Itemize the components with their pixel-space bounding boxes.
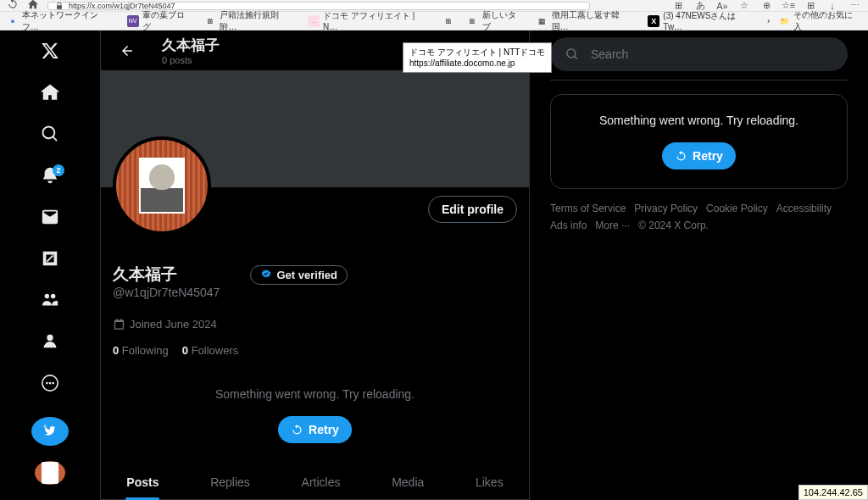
bookmark-item[interactable]: …ドコモ アフィリエイト | N… xyxy=(308,10,431,31)
notifications-nav[interactable]: 2 xyxy=(33,162,67,188)
bookmark-item[interactable]: 🗎新しいタブ xyxy=(467,9,525,33)
footer-link[interactable]: Privacy Policy xyxy=(634,203,698,214)
notification-badge: 2 xyxy=(53,164,64,176)
profile-nav[interactable] xyxy=(33,329,67,355)
communities-nav[interactable] xyxy=(33,287,67,314)
user-handle: @w1qjDr7teN45047 xyxy=(113,286,517,299)
posts-count: 0 posts xyxy=(162,55,220,65)
following-link[interactable]: 0 Following xyxy=(113,344,169,357)
tab-media[interactable]: Media xyxy=(387,465,429,499)
verified-badge-icon xyxy=(260,269,272,281)
chevron-right-icon[interactable]: › xyxy=(767,16,770,25)
tab-articles[interactable]: Articles xyxy=(297,465,346,499)
footer-link[interactable]: Ads info xyxy=(550,219,587,231)
card-error-message: Something went wrong. Try reloading. xyxy=(565,114,833,127)
footer-link[interactable]: Cookie Policy xyxy=(706,203,768,214)
grok-nav[interactable] xyxy=(33,245,67,271)
footer-links: Terms of Service Privacy Policy Cookie P… xyxy=(550,203,848,231)
profile-tabs: Posts Replies Articles Media Likes xyxy=(101,465,529,500)
ip-badge: 104.244.42.65 xyxy=(798,485,868,500)
sidebar-card: Something went wrong. Try reloading. Ret… xyxy=(550,94,848,189)
bookmark-item[interactable]: ●本ネットワークインフ… xyxy=(7,9,115,33)
right-column: Something went wrong. Try reloading. Ret… xyxy=(530,31,868,500)
error-message: Something went wrong. Try reloading. xyxy=(101,387,529,401)
other-bookmarks[interactable]: 📁その他のお気に入 xyxy=(778,9,861,33)
bookmark-item[interactable]: X(3) 47NEWSさんはTw… xyxy=(648,10,755,31)
joined-date: Joined June 2024 xyxy=(113,318,517,331)
header-title: 久本福子 xyxy=(162,36,220,55)
tooltip: ドコモ アフィリエイト | NTTドコモ https://affiliate.d… xyxy=(403,42,552,73)
left-nav: 2 xyxy=(0,31,100,500)
x-logo[interactable] xyxy=(33,37,67,64)
bookmarks-bar: ●本ネットワークインフ… NV葦の葉ブログ 🗎戸籍法施行規則附… …ドコモ アフ… xyxy=(0,12,868,31)
reload-icon xyxy=(675,150,687,163)
home-nav[interactable] xyxy=(33,79,67,105)
followers-link[interactable]: 0 Followers xyxy=(182,344,238,357)
search-input[interactable] xyxy=(591,47,832,61)
bookmark-item[interactable]: ▦徴用工蒸し返す韓国… xyxy=(537,9,637,33)
footer-copyright: © 2024 X Corp. xyxy=(638,219,709,231)
messages-nav[interactable] xyxy=(33,203,67,230)
svg-point-3 xyxy=(52,382,54,385)
back-button[interactable] xyxy=(113,36,142,65)
svg-point-1 xyxy=(46,382,48,385)
profile-avatar[interactable] xyxy=(113,136,211,235)
reload-icon xyxy=(291,424,303,436)
main-column: 久本福子 0 posts ドコモ アフィリエイト | NTTドコモ https:… xyxy=(100,31,530,500)
display-name: 久本福子 xyxy=(113,264,177,286)
more-nav[interactable] xyxy=(33,370,67,397)
bookmark-item[interactable]: 🗎戸籍法施行規則附… xyxy=(204,9,296,33)
search-box[interactable] xyxy=(550,37,848,71)
search-icon xyxy=(565,47,579,61)
svg-point-2 xyxy=(49,382,52,385)
bookmark-item[interactable]: NV葦の葉ブログ xyxy=(127,9,193,33)
edit-profile-button[interactable]: Edit profile xyxy=(428,196,517,223)
tab-posts[interactable]: Posts xyxy=(121,465,164,499)
account-avatar[interactable] xyxy=(35,461,65,485)
retry-button[interactable]: Retry xyxy=(278,416,352,443)
tab-likes[interactable]: Likes xyxy=(470,465,509,499)
footer-link[interactable]: More ··· xyxy=(595,219,630,231)
compose-button[interactable] xyxy=(31,417,69,446)
tab-replies[interactable]: Replies xyxy=(205,465,255,499)
card-retry-button[interactable]: Retry xyxy=(662,142,736,169)
profile-header: 久本福子 0 posts ドコモ アフィリエイト | NTTドコモ https:… xyxy=(101,31,529,70)
footer-link[interactable]: Terms of Service xyxy=(550,203,626,214)
explore-nav[interactable] xyxy=(33,120,67,147)
bookmark-item[interactable]: 🗎 xyxy=(443,15,455,27)
get-verified-button[interactable]: Get verified xyxy=(250,265,348,285)
calendar-icon xyxy=(113,318,125,331)
footer-link[interactable]: Accessibility xyxy=(776,203,832,214)
